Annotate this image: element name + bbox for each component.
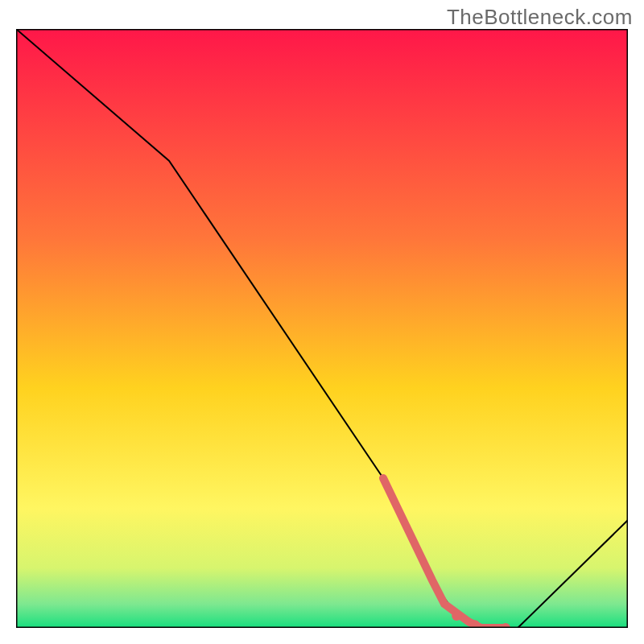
watermark-text: TheBottleneck.com <box>447 5 633 30</box>
highlight-dot <box>452 611 461 621</box>
chart-stage: TheBottleneck.com <box>0 0 644 644</box>
gradient-background <box>16 29 628 628</box>
bottleneck-chart <box>16 29 628 628</box>
plot-frame <box>16 29 628 628</box>
